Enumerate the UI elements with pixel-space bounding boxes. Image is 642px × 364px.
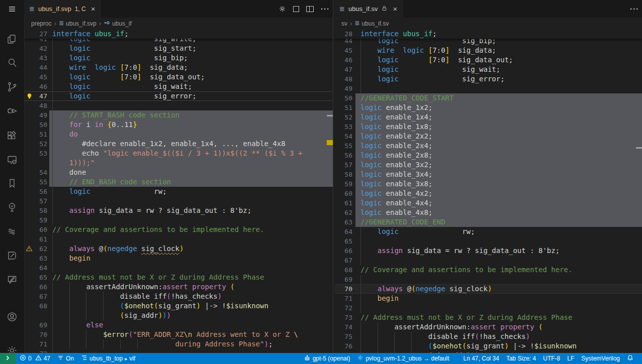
- status-item-tab-size[interactable]: Tab Size: 4: [503, 353, 539, 364]
- activity-bar-item-extensions[interactable]: [0, 127, 24, 147]
- close-tab-icon[interactable]: ×: [91, 5, 96, 13]
- code-line-59[interactable]: 59: [24, 215, 333, 225]
- code-line-70[interactable]: 70 $error("ERR_ADDR_XZ\n Address went to…: [24, 330, 333, 339]
- code-line-68[interactable]: 68// Coverage and assertions to be imple…: [334, 265, 642, 275]
- code-line-75[interactable]: 75 disable iff(!has_checks): [334, 332, 642, 341]
- code-line-60[interactable]: 60logic enable_4x2;: [334, 189, 642, 198]
- code-line-46[interactable]: 46 logic [7:0] sig_data_out;: [334, 55, 642, 65]
- code-line-62[interactable]: 62 always @(negedge sig_clock): [24, 244, 333, 254]
- code-line-47[interactable]: 47 logic sig_wait;: [334, 65, 642, 74]
- status-item-language-mode[interactable]: SystemVerilog: [578, 353, 623, 364]
- close-tab-icon[interactable]: ×: [393, 5, 397, 13]
- code-line-63[interactable]: 63//GENERATED_CODE_END: [334, 217, 642, 227]
- status-item-toggle-on[interactable]: On: [54, 353, 77, 364]
- status-item-hierarchy-context[interactable]: ubus_tb_top▸vif: [77, 353, 139, 364]
- activity-bar-item-testing[interactable]: [0, 198, 24, 218]
- code-line-66[interactable]: 66 assign sig_data = rw ? sig_data_out :…: [334, 246, 642, 256]
- code-line-72[interactable]: 72: [24, 349, 333, 353]
- pane-divider[interactable]: [333, 0, 335, 353]
- code-line-49[interactable]: 49 // START_BASH code section: [24, 110, 333, 120]
- settings-gear-icon[interactable]: [279, 5, 286, 13]
- code-line-66[interactable]: 66 assertAddrUnknown:assert property (: [24, 282, 333, 292]
- code-line-45[interactable]: 45 wire logic [7:0] sig_data;: [334, 46, 642, 55]
- code-editor[interactable]: 44 logic sig_bip;45 wire logic [7:0] sig…: [334, 29, 642, 353]
- code-line-64[interactable]: 64: [24, 263, 333, 273]
- code-line-72[interactable]: 72: [334, 303, 642, 313]
- code-line-46[interactable]: 46 logic sig_wait;: [24, 82, 333, 91]
- code-line-56[interactable]: 56logic enable_2x8;: [334, 151, 642, 160]
- code-line-55[interactable]: 55logic enable_2x4;: [334, 141, 642, 151]
- code-line-71[interactable]: 71 during Address Phase");: [24, 339, 333, 349]
- code-line-62[interactable]: 62logic enable_4x8;: [334, 208, 642, 217]
- activity-bar-item-waves[interactable]: [0, 222, 24, 242]
- activity-bar-item-remote-explorer[interactable]: [0, 151, 24, 171]
- code-line-48[interactable]: 48: [24, 101, 333, 110]
- activity-bar-item-source-control[interactable]: [0, 78, 24, 98]
- status-item-remote-indicator[interactable]: [0, 353, 16, 364]
- code-line-61[interactable]: 61logic enable_4x4;: [334, 198, 642, 208]
- breadcrumb-item[interactable]: ≣ubus_if.sv: [354, 20, 389, 27]
- code-line-51[interactable]: 51 do: [24, 130, 333, 139]
- code-line-68[interactable]: 68 ($onehot(sig_grant) |-> !$isunknown: [24, 301, 333, 311]
- code-line-53[interactable]: 53 echo "logic enable_$(($i / 3 + 1))x$(…: [24, 149, 333, 158]
- code-line-57[interactable]: 57logic enable_3x2;: [334, 160, 642, 170]
- code-line-61[interactable]: 61: [24, 234, 333, 244]
- code-line-42[interactable]: 42 logic sig_start;: [24, 44, 333, 53]
- code-line-51[interactable]: 51logic enable_1x2;: [334, 103, 642, 112]
- code-line-49[interactable]: 49: [334, 84, 642, 93]
- code-line-71[interactable]: 71 begin: [334, 294, 642, 303]
- split-editor-icon[interactable]: [306, 6, 314, 12]
- code-line-69[interactable]: 69 else: [24, 320, 333, 330]
- code-line-54[interactable]: 54logic enable_2x2;: [334, 132, 642, 141]
- code-line-73[interactable]: 73// Address must not be X or Z during A…: [334, 313, 642, 322]
- more-actions-icon[interactable]: ···: [630, 5, 639, 13]
- code-line-58[interactable]: 58 assign sig_data = rw ? sig_data_out :…: [24, 206, 333, 215]
- status-item-record-indicator[interactable]: [453, 353, 460, 364]
- code-line-50[interactable]: 50 for i in {0..11}: [24, 120, 333, 130]
- code-line-67[interactable]: 67 disable iff(!has_checks): [24, 292, 333, 301]
- status-item-model-selector[interactable]: gpt-5 (openai): [300, 353, 354, 364]
- activity-bar-item-explorer[interactable]: [0, 30, 24, 50]
- code-line-63[interactable]: 63 begin: [24, 254, 333, 263]
- code-line-47[interactable]: 47 logic sig_error;: [24, 91, 333, 101]
- breadcrumb-item[interactable]: ≣ubus_if.svp: [59, 20, 97, 27]
- code-line-60[interactable]: 60// Coverage and assertions to be imple…: [24, 225, 333, 234]
- code-line-44[interactable]: 44 wire logic [7:0] sig_data;: [24, 63, 333, 72]
- breadcrumb-item[interactable]: sv: [341, 20, 347, 27]
- status-item-profile-selector[interactable]: pvlog_uvm-1.2_ubus → default: [353, 353, 452, 364]
- code-line-65[interactable]: 65// Address must not be X or Z during A…: [24, 273, 333, 282]
- code-line-59[interactable]: 59logic enable_3x8;: [334, 179, 642, 189]
- open-changes-icon[interactable]: [293, 6, 299, 12]
- code-line-54[interactable]: 54 done: [24, 168, 333, 177]
- code-line-64[interactable]: 64 logic rw;: [334, 227, 642, 236]
- activity-bar-item-chat-edit[interactable]: [0, 271, 24, 291]
- code-line-70[interactable]: 70 always @(negedge sig_clock): [334, 284, 642, 294]
- code-line-58[interactable]: 58logic enable_3x4;: [334, 170, 642, 179]
- breadcrumb-item[interactable]: preproc: [31, 20, 52, 27]
- more-actions-icon[interactable]: ···: [321, 5, 330, 13]
- status-item-notifications[interactable]: [623, 353, 637, 364]
- status-item-cursor-position[interactable]: Ln 47, Col 34: [460, 353, 503, 364]
- code-line-56[interactable]: 56 logic rw;: [24, 187, 333, 196]
- code-line-67[interactable]: 67: [334, 256, 642, 265]
- activity-bar-item-rocket-notes[interactable]: [0, 247, 24, 267]
- code-line-wrap[interactable]: (sig_addr))): [24, 311, 333, 320]
- status-item-eol[interactable]: LF: [564, 353, 578, 364]
- status-item-problems[interactable]: 047: [16, 353, 54, 364]
- code-line-65[interactable]: 65: [334, 236, 642, 246]
- code-line-52[interactable]: 52logic enable_1x4;: [334, 112, 642, 122]
- activity-bar-item-accounts[interactable]: [0, 308, 24, 328]
- code-line-69[interactable]: 69: [334, 275, 642, 284]
- code-line-57[interactable]: 57: [24, 196, 333, 206]
- code-line-45[interactable]: 45 logic [7:0] sig_data_out;: [24, 72, 333, 82]
- code-line-74[interactable]: 74 assertAddrUnknown:assert property (: [334, 322, 642, 332]
- sticky-scroll-line[interactable]: 27interface ubus_if;: [24, 29, 333, 39]
- code-line-43[interactable]: 43 logic sig_bip;: [24, 53, 333, 63]
- code-line-53[interactable]: 53logic enable_1x8;: [334, 122, 642, 132]
- activity-bar-item-run-debug[interactable]: [0, 102, 24, 122]
- code-line-76[interactable]: 76 ($onehot(sig_grant) |-> !$isunknown: [334, 341, 642, 351]
- menu-button[interactable]: [0, 0, 24, 18]
- breadcrumb-item[interactable]: ubus_if: [104, 20, 132, 28]
- tab-ubus_if.sv[interactable]: ≣ubus_if.sv×: [334, 0, 403, 18]
- code-line-48[interactable]: 48 logic sig_error;: [334, 74, 642, 84]
